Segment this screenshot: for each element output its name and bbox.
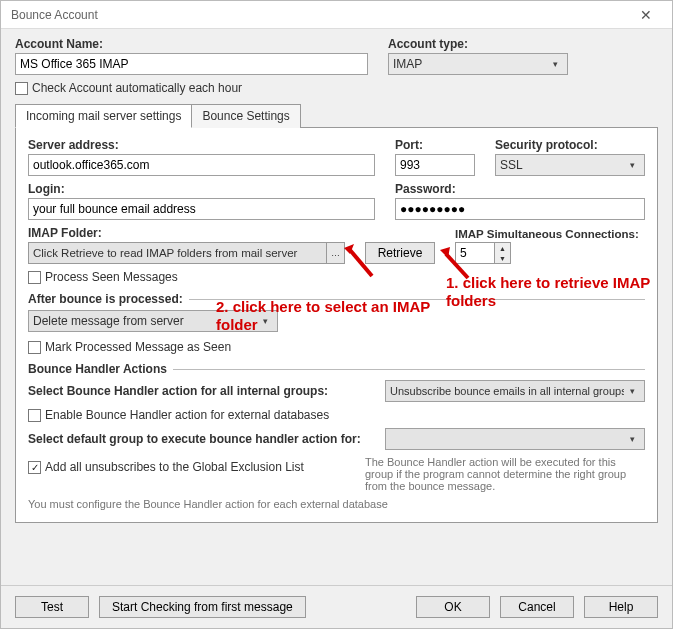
- after-bounce-dropdown[interactable]: Delete message from server ▾: [28, 310, 278, 332]
- checkbox-checked-icon: ✓: [28, 461, 41, 474]
- security-dropdown[interactable]: SSL ▾: [495, 154, 645, 176]
- ellipsis-icon[interactable]: …: [327, 242, 345, 264]
- close-icon: ✕: [640, 7, 652, 23]
- password-input[interactable]: [395, 198, 645, 220]
- handler-hint-text: The Bounce Handler action will be execut…: [365, 456, 645, 492]
- account-type-dropdown[interactable]: IMAP ▾: [388, 53, 568, 75]
- cancel-button[interactable]: Cancel: [500, 596, 574, 618]
- global-exclusion-checkbox[interactable]: ✓ Add all unsubscribes to the Global Exc…: [28, 460, 345, 474]
- tabs: Incoming mail server settings Bounce Set…: [15, 103, 658, 128]
- titlebar: Bounce Account ✕: [1, 1, 672, 29]
- chevron-down-icon: ▾: [547, 59, 563, 69]
- default-group-label: Select default group to execute bounce h…: [28, 432, 365, 446]
- external-db-note: You must configure the Bounce Handler ac…: [28, 498, 645, 510]
- handler-section-title: Bounce Handler Actions: [28, 362, 167, 376]
- close-button[interactable]: ✕: [626, 2, 666, 28]
- checkbox-icon: [15, 82, 28, 95]
- help-button[interactable]: Help: [584, 596, 658, 618]
- port-input[interactable]: [395, 154, 475, 176]
- account-name-input[interactable]: [15, 53, 368, 75]
- account-type-value: IMAP: [393, 57, 547, 71]
- imap-conn-label: IMAP Simultaneous Connections:: [455, 228, 645, 240]
- account-name-label: Account Name:: [15, 37, 368, 51]
- tab-panel: Server address: Port: Security protocol:…: [15, 128, 658, 523]
- imap-conn-spinner[interactable]: ▲ ▼: [455, 242, 645, 264]
- ok-button[interactable]: OK: [416, 596, 490, 618]
- security-value: SSL: [500, 158, 624, 172]
- after-bounce-value: Delete message from server: [33, 314, 257, 328]
- internal-action-value: Unsubscribe bounce emails in all interna…: [390, 385, 624, 397]
- after-bounce-label: After bounce is processed:: [28, 292, 183, 306]
- internal-action-dropdown[interactable]: Unsubscribe bounce emails in all interna…: [385, 380, 645, 402]
- login-input[interactable]: [28, 198, 375, 220]
- login-label: Login:: [28, 182, 375, 196]
- checkbox-icon: [28, 271, 41, 284]
- default-group-dropdown[interactable]: ▾: [385, 428, 645, 450]
- chevron-down-icon: ▾: [257, 316, 273, 326]
- password-label: Password:: [395, 182, 645, 196]
- server-address-label: Server address:: [28, 138, 375, 152]
- check-auto-checkbox[interactable]: Check Account automatically each hour: [15, 81, 658, 95]
- checkbox-icon: [28, 409, 41, 422]
- test-button[interactable]: Test: [15, 596, 89, 618]
- checkbox-icon: [28, 341, 41, 354]
- security-label: Security protocol:: [495, 138, 645, 152]
- mark-processed-label: Mark Processed Message as Seen: [45, 340, 231, 354]
- enable-external-checkbox[interactable]: Enable Bounce Handler action for externa…: [28, 408, 645, 422]
- mark-processed-checkbox[interactable]: Mark Processed Message as Seen: [28, 340, 645, 354]
- process-seen-checkbox[interactable]: Process Seen Messages: [28, 270, 645, 284]
- imap-folder-label: IMAP Folder:: [28, 226, 345, 240]
- spinner-down-icon[interactable]: ▼: [495, 253, 510, 263]
- account-type-label: Account type:: [388, 37, 568, 51]
- check-auto-label: Check Account automatically each hour: [32, 81, 242, 95]
- chevron-down-icon: ▾: [624, 386, 640, 396]
- dialog-window: Bounce Account ✕ Account Name: Account t…: [0, 0, 673, 629]
- retrieve-button[interactable]: Retrieve: [365, 242, 435, 264]
- window-title: Bounce Account: [11, 8, 626, 22]
- tab-bounce[interactable]: Bounce Settings: [191, 104, 300, 128]
- port-label: Port:: [395, 138, 475, 152]
- tab-incoming[interactable]: Incoming mail server settings: [15, 104, 192, 128]
- spinner-up-icon[interactable]: ▲: [495, 243, 510, 253]
- enable-external-label: Enable Bounce Handler action for externa…: [45, 408, 329, 422]
- start-checking-button[interactable]: Start Checking from first message: [99, 596, 306, 618]
- dialog-footer: Test Start Checking from first message O…: [1, 585, 672, 628]
- chevron-down-icon: ▾: [624, 160, 640, 170]
- dialog-content: Account Name: Account type: IMAP ▾ Check…: [1, 29, 672, 585]
- internal-action-label: Select Bounce Handler action for all int…: [28, 384, 365, 398]
- global-exclusion-label: Add all unsubscribes to the Global Exclu…: [45, 460, 304, 474]
- server-address-input[interactable]: [28, 154, 375, 176]
- imap-folder-combo[interactable]: Click Retrieve to read IMAP folders from…: [28, 242, 345, 264]
- imap-conn-input[interactable]: [455, 242, 495, 264]
- chevron-down-icon: ▾: [624, 434, 640, 444]
- imap-folder-value: Click Retrieve to read IMAP folders from…: [28, 242, 327, 264]
- process-seen-label: Process Seen Messages: [45, 270, 178, 284]
